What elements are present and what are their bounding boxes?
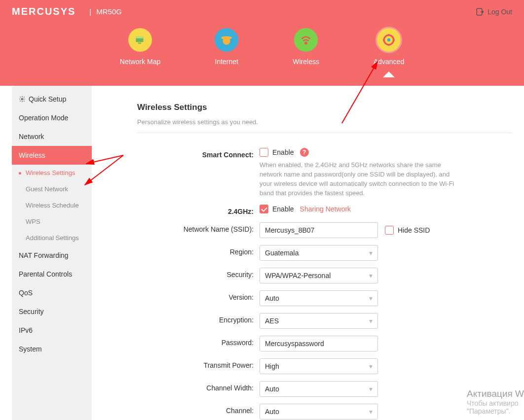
tab-internet[interactable]: Internet [215, 28, 238, 66]
region-label: Region: [137, 245, 260, 256]
gear-icon [19, 96, 26, 103]
sidebar-system-label: System [19, 345, 42, 353]
chevron-down-icon: ▾ [369, 362, 373, 370]
transmit-power-select[interactable]: High ▾ [260, 358, 378, 374]
sidebar-wps-label: WPS [26, 218, 40, 225]
sidebar-network-label: Network [19, 133, 44, 140]
row-24ghz: 2.4GHz: Enable Sharing Network [137, 205, 512, 215]
channel-width-select[interactable]: Auto ▾ [260, 381, 378, 397]
chevron-down-icon: ▾ [369, 272, 373, 280]
row-version: Version: Auto ▾ [137, 290, 512, 306]
transmit-power-value: High [265, 362, 279, 370]
help-icon[interactable]: ? [300, 148, 309, 157]
nav-tabs: Network Map Internet Wireless Advanced [0, 28, 524, 66]
row-transmit-power: Transmit Power: High ▾ [137, 358, 512, 374]
chevron-down-icon: ▾ [369, 385, 373, 393]
smart-connect-enable-label: Enable [272, 148, 294, 156]
sidebar-subitem-wireless-schedule[interactable]: Wireless Schedule [12, 197, 92, 213]
network-map-icon [128, 28, 152, 52]
sidebar-item-quick-setup[interactable]: Quick Setup [12, 90, 92, 108]
sidebar-wireless-schedule-label: Wireless Schedule [26, 202, 79, 209]
sidebar-subitem-guest-network[interactable]: Guest Network [12, 181, 92, 197]
watermark-line1: Активация W [467, 388, 524, 399]
transmit-power-label: Transmit Power: [137, 358, 260, 369]
divider [137, 133, 512, 133]
tab-wireless[interactable]: Wireless [293, 28, 319, 66]
svg-rect-3 [138, 42, 142, 43]
sidebar-item-wireless[interactable]: Wireless [12, 146, 92, 165]
wireless-icon [294, 28, 318, 52]
row-channel-width: Channel Width: Auto ▾ [137, 381, 512, 397]
topbar: MERCUSYS | MR50G Log Out [0, 0, 524, 23]
ssid-input[interactable] [260, 222, 378, 238]
security-select[interactable]: WPA/WPA2-Personal ▾ [260, 268, 378, 283]
sidebar-item-operation-mode[interactable]: Operation Mode [12, 108, 92, 127]
version-label: Version: [137, 290, 260, 301]
sidebar-item-nat-forwarding[interactable]: NAT Forwarding [12, 246, 92, 265]
sidebar-qos-label: QoS [19, 289, 33, 297]
row-region: Region: Guatemala ▾ [137, 245, 512, 261]
channel-label: Channel: [137, 404, 260, 415]
page-subtitle: Personalize wireless settings as you nee… [137, 118, 512, 126]
chevron-down-icon: ▾ [369, 294, 373, 302]
tab-network-map[interactable]: Network Map [120, 28, 160, 66]
channel-select[interactable]: Auto ▾ [260, 404, 378, 420]
channel-width-label: Channel Width: [137, 381, 260, 392]
hide-ssid-label: Hide SSID [398, 226, 430, 234]
tab-advanced[interactable]: Advanced [374, 28, 404, 66]
content-panel: Wireless Settings Personalize wireless s… [92, 86, 512, 420]
sidebar-item-system[interactable]: System [12, 340, 92, 358]
region-value: Guatemala [265, 249, 299, 257]
logout-label: Log Out [487, 8, 512, 16]
password-label: Password: [137, 336, 260, 347]
channel-width-value: Auto [265, 385, 279, 393]
windows-activation-watermark: Активация W Чтобы активиро "Параметры". [467, 388, 524, 415]
sidebar-nat-forwarding-label: NAT Forwarding [19, 251, 69, 259]
band-24-checkbox[interactable] [260, 205, 268, 213]
password-input[interactable] [260, 336, 378, 351]
sidebar-subitem-wps[interactable]: WPS [12, 213, 92, 230]
sidebar-ipv6-label: IPv6 [19, 326, 33, 334]
chevron-down-icon: ▾ [369, 249, 373, 257]
sidebar-item-qos[interactable]: QoS [12, 283, 92, 302]
row-smart-connect: Smart Connect: Enable ? When enabled, th… [137, 148, 512, 198]
svg-rect-2 [136, 37, 143, 38]
row-security: Security: WPA/WPA2-Personal ▾ [137, 268, 512, 283]
region-select[interactable]: Guatemala ▾ [260, 245, 378, 261]
sidebar-item-security[interactable]: Security [12, 302, 92, 321]
ssid-label: Network Name (SSID): [137, 222, 260, 233]
sidebar: Quick Setup Operation Mode Network Wirel… [12, 86, 92, 420]
sidebar-item-parental-controls[interactable]: Parental Controls [12, 265, 92, 283]
sidebar-quick-setup-label: Quick Setup [29, 95, 66, 103]
sidebar-item-ipv6[interactable]: IPv6 [12, 321, 92, 340]
hide-ssid-checkbox[interactable] [385, 226, 394, 235]
security-label: Security: [137, 268, 260, 279]
sidebar-item-network[interactable]: Network [12, 127, 92, 146]
sidebar-subitem-wireless-settings[interactable]: Wireless Settings [12, 165, 92, 181]
smart-connect-help-text: When enabled, the 2.4GHz and 5GHz networ… [260, 161, 457, 198]
logout-icon [476, 7, 485, 16]
tab-wireless-label: Wireless [293, 58, 319, 66]
brand-separator: | [89, 7, 91, 16]
sidebar-wireless-settings-label: Wireless Settings [26, 169, 75, 176]
sidebar-additional-settings-label: Additional Settings [26, 234, 79, 242]
smart-connect-checkbox[interactable] [260, 148, 268, 157]
row-ssid: Network Name (SSID): Hide SSID [137, 222, 512, 238]
internet-icon [215, 28, 238, 52]
chevron-down-icon: ▾ [369, 317, 373, 325]
encryption-value: AES [265, 317, 279, 325]
sidebar-security-label: Security [19, 308, 44, 315]
encryption-select[interactable]: AES ▾ [260, 313, 378, 329]
svg-point-5 [221, 36, 232, 39]
row-encryption: Encryption: AES ▾ [137, 313, 512, 329]
row-password: Password: [137, 336, 512, 351]
sidebar-parental-controls-label: Parental Controls [19, 270, 72, 278]
sidebar-subitem-additional-settings[interactable]: Additional Settings [12, 230, 92, 246]
advanced-icon [377, 28, 401, 52]
row-channel: Channel: Auto ▾ [137, 404, 512, 420]
sidebar-guest-network-label: Guest Network [26, 185, 68, 193]
svg-point-6 [305, 42, 306, 44]
sharing-network-link[interactable]: Sharing Network [300, 205, 351, 213]
logout-button[interactable]: Log Out [476, 7, 512, 16]
version-select[interactable]: Auto ▾ [260, 290, 378, 306]
